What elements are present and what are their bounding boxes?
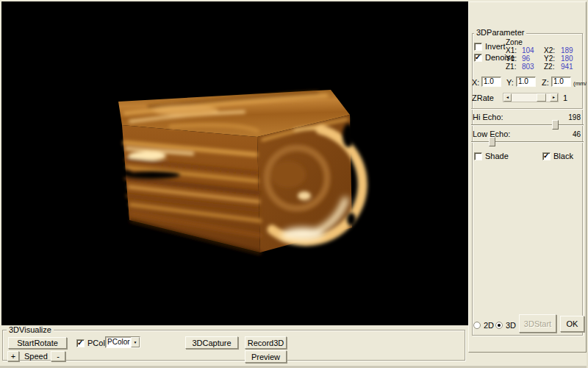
zone-z1-label: Z1: bbox=[506, 63, 522, 71]
speed-minus-button[interactable]: - bbox=[51, 351, 65, 361]
pcolor-dropdown[interactable]: PColor ▼ bbox=[105, 336, 140, 348]
mode-3d-label: 3D bbox=[506, 321, 516, 330]
zrate-value: 1 bbox=[563, 94, 567, 102]
z-scale-input[interactable]: 1.0 bbox=[551, 77, 571, 87]
zone-z2-value: 941 bbox=[561, 63, 581, 71]
denoise-checkbox[interactable]: ✓ bbox=[474, 54, 482, 62]
zone-z1-value: 803 bbox=[522, 63, 544, 71]
start-rotate-button[interactable]: StartRotate bbox=[8, 337, 67, 349]
y-scale-input[interactable]: 1.0 bbox=[516, 77, 536, 87]
x-scale-label: X: bbox=[472, 79, 479, 87]
volume-render-3d bbox=[1, 1, 468, 325]
low-echo-slider[interactable] bbox=[471, 137, 584, 148]
hi-echo-thumb[interactable] bbox=[552, 120, 559, 130]
render-viewport[interactable] bbox=[1, 1, 468, 325]
shade-checkbox[interactable] bbox=[474, 152, 482, 160]
scale-unit-label: (mm/p) bbox=[573, 79, 588, 88]
invert-row: Invert bbox=[474, 42, 506, 51]
mode-2d-option[interactable]: 2D bbox=[473, 321, 494, 330]
zone-x1-label: X1: bbox=[506, 46, 522, 54]
z-scale-label: Z: bbox=[542, 79, 549, 87]
invert-checkbox[interactable] bbox=[474, 43, 482, 51]
zone-y1-label: Y1: bbox=[506, 54, 522, 63]
zrate-track[interactable] bbox=[512, 93, 550, 102]
zone-block: Zone X1: 104 X2: 189 Y1: 96 Y2: 180 Z1: … bbox=[506, 38, 581, 71]
zone-x2-label: X2: bbox=[544, 46, 561, 54]
y-scale-label: Y: bbox=[506, 79, 514, 87]
check-icon: ✓ bbox=[77, 339, 83, 347]
zrate-label: ZRate bbox=[472, 94, 494, 102]
black-row: ✓ Black bbox=[542, 152, 573, 160]
chevron-down-icon[interactable]: ▼ bbox=[131, 337, 140, 347]
pcolor-dropdown-value: PColor bbox=[106, 337, 131, 347]
scroll-right-icon[interactable]: ► bbox=[550, 93, 558, 102]
mode-3d-radio[interactable] bbox=[495, 322, 503, 329]
zone-title: Zone bbox=[506, 38, 581, 46]
x-scale-input[interactable]: 1.0 bbox=[481, 77, 501, 87]
shade-row: Shade bbox=[474, 152, 509, 160]
mode-2d-radio[interactable] bbox=[473, 322, 481, 329]
3dcapture-button[interactable]: 3DCapture bbox=[185, 336, 238, 349]
record3d-button[interactable]: Record3D bbox=[245, 336, 287, 349]
speed-label: Speed bbox=[24, 353, 48, 361]
mode-2d-label: 2D bbox=[484, 321, 494, 330]
mode-3d-option[interactable]: 3D bbox=[495, 321, 516, 330]
separator-line bbox=[471, 108, 583, 110]
visualize-panel: 3DVisualize StartRotate + Speed - ✓ PCol… bbox=[2, 330, 465, 361]
zone-row-y: Y1: 96 Y2: 180 bbox=[506, 54, 581, 63]
check-icon: ✓ bbox=[543, 152, 549, 160]
low-echo-thumb[interactable] bbox=[489, 137, 495, 146]
check-icon: ✓ bbox=[475, 53, 481, 61]
zone-x1-value: 104 bbox=[522, 46, 544, 54]
parameter-group-title: 3DParameter bbox=[474, 29, 526, 37]
speed-plus-button[interactable]: + bbox=[7, 351, 19, 361]
hi-echo-track[interactable] bbox=[471, 124, 584, 126]
black-checkbox[interactable]: ✓ bbox=[542, 152, 551, 160]
low-echo-track[interactable] bbox=[471, 141, 584, 143]
zone-z2-label: Z2: bbox=[544, 63, 561, 71]
pcolor-checkbox[interactable]: ✓ bbox=[76, 339, 85, 347]
invert-label: Invert bbox=[485, 42, 506, 51]
zone-y2-label: Y2: bbox=[544, 54, 561, 63]
zrate-thumb[interactable] bbox=[537, 93, 546, 102]
3dstart-button[interactable]: 3DStart bbox=[519, 314, 556, 333]
zone-row-x: X1: 104 X2: 189 bbox=[506, 46, 581, 54]
ok-button[interactable]: OK bbox=[560, 316, 584, 332]
visualize-group-title: 3DVisualize bbox=[7, 326, 54, 334]
zone-row-z: Z1: 803 Z2: 941 bbox=[506, 63, 581, 71]
shade-label: Shade bbox=[485, 152, 509, 160]
preview-button[interactable]: Preview bbox=[245, 350, 287, 363]
zone-y2-value: 180 bbox=[561, 54, 581, 63]
zone-y1-value: 96 bbox=[522, 54, 544, 63]
zone-x2-value: 189 bbox=[561, 46, 581, 54]
black-label: Black bbox=[553, 152, 573, 160]
scroll-left-icon[interactable]: ◄ bbox=[503, 93, 512, 102]
parameter-panel: 3DParameter Invert ✓ Denoise Zone X1: 10… bbox=[468, 1, 587, 353]
zrate-scrollbar[interactable]: ◄ ► bbox=[503, 93, 559, 102]
